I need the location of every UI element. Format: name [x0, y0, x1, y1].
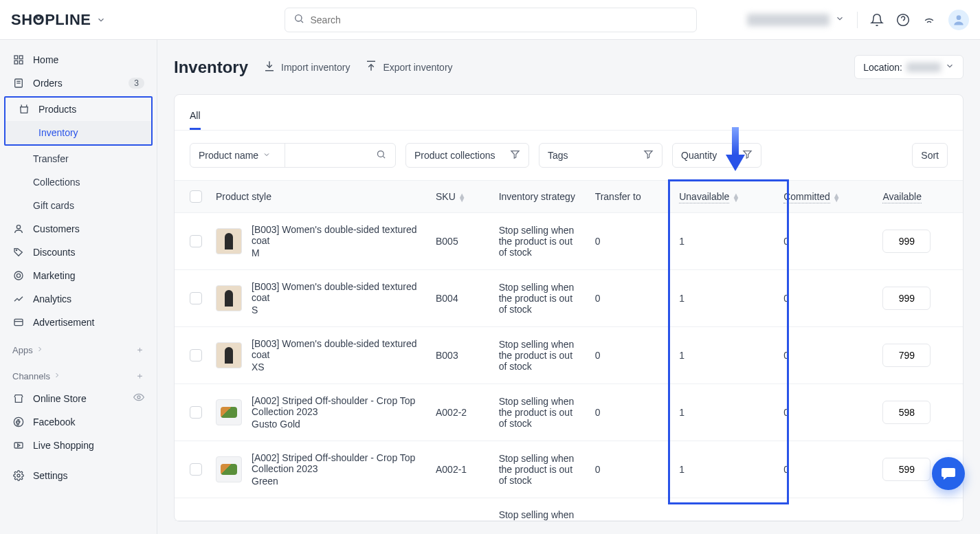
product-thumbnail[interactable]	[216, 399, 242, 425]
products-highlight-annotation: Products Inventory	[4, 96, 153, 146]
row-checkbox[interactable]	[190, 406, 202, 419]
header-inventory-strategy[interactable]: Inventory strategy	[492, 181, 588, 213]
header-transfer-to[interactable]: Transfer to	[588, 181, 673, 213]
select-all-checkbox[interactable]	[190, 190, 202, 203]
plus-icon[interactable]: ＋	[135, 344, 144, 356]
svg-rect-7	[19, 56, 23, 59]
transfer-to-cell: 0	[588, 384, 673, 441]
available-input[interactable]	[882, 344, 931, 367]
row-checkbox[interactable]	[190, 349, 202, 361]
avatar[interactable]	[948, 10, 969, 30]
account-switcher[interactable]	[747, 14, 845, 26]
download-icon	[263, 60, 276, 74]
available-input[interactable]	[882, 230, 931, 253]
sidebar-item-analytics[interactable]: Analytics	[0, 287, 157, 311]
table-row: [B003] Women's double-sided textured coa…	[175, 270, 963, 327]
sidebar-item-products[interactable]: Products	[5, 98, 151, 121]
import-inventory-button[interactable]: Import inventory	[263, 60, 350, 74]
filter-product-name[interactable]: Product name	[190, 143, 396, 168]
sidebar-item-collections[interactable]: Collections	[0, 170, 157, 194]
sidebar-item-discounts[interactable]: Discounts	[0, 241, 157, 264]
sidebar-item-label: Online Store	[33, 393, 87, 404]
strategy-cell: Stop selling when the product is out of …	[492, 384, 588, 441]
unavailable-cell: 1	[672, 213, 777, 270]
sidebar-item-advertisement[interactable]: Advertisement	[0, 311, 157, 334]
brand-logo[interactable]: SHO✪PLINE	[11, 11, 106, 29]
sidebar-item-online-store[interactable]: Online Store	[0, 386, 157, 410]
sidebar-item-live-shopping[interactable]: Live Shopping	[0, 434, 157, 457]
sidebar-item-gift-cards[interactable]: Gift cards	[0, 194, 157, 217]
chevron-down-icon[interactable]	[96, 15, 106, 25]
header-committed[interactable]: Committed▲▼	[777, 181, 876, 213]
filter-product-collections[interactable]: Product collections	[405, 143, 529, 168]
product-thumbnail[interactable]	[216, 456, 242, 482]
sidebar-item-label: Live Shopping	[33, 440, 94, 451]
export-inventory-button[interactable]: Export inventory	[365, 60, 452, 74]
apps-section[interactable]: Apps ＋	[0, 334, 157, 360]
filter-quantity[interactable]: Quantity	[672, 143, 761, 168]
sort-button[interactable]: Sort	[912, 143, 948, 168]
help-icon[interactable]	[896, 13, 910, 27]
filter-search-input[interactable]	[285, 144, 394, 167]
product-name[interactable]: [B003] Women's double-sided textured coa…	[252, 281, 422, 303]
row-checkbox[interactable]	[190, 235, 202, 247]
row-checkbox[interactable]	[190, 463, 202, 476]
home-icon	[12, 54, 25, 66]
product-thumbnail[interactable]	[216, 342, 242, 368]
sidebar-item-facebook[interactable]: Facebook	[0, 410, 157, 434]
live-icon	[12, 439, 25, 452]
sidebar-item-label: Collections	[33, 177, 80, 188]
search-input[interactable]	[310, 14, 688, 25]
sidebar-item-label: Orders	[33, 78, 63, 89]
sort-label: Sort	[921, 150, 939, 161]
available-input[interactable]	[882, 458, 931, 481]
bell-icon[interactable]	[870, 13, 884, 27]
tab-all[interactable]: All	[190, 103, 201, 130]
sidebar-item-inventory[interactable]: Inventory	[5, 121, 151, 144]
header-sku[interactable]: SKU▲▼	[429, 181, 492, 213]
product-variant: Gusto Gold	[252, 419, 422, 430]
product-thumbnail[interactable]	[216, 228, 242, 254]
product-thumbnail[interactable]	[216, 285, 242, 311]
sku-cell: A002-2	[429, 384, 492, 441]
channels-section[interactable]: Channels ＋	[0, 360, 157, 386]
search-input-wrapper[interactable]	[285, 8, 697, 32]
upload-icon	[365, 60, 377, 74]
committed-cell: 0	[777, 270, 876, 327]
header-unavailable[interactable]: Unavailable▲▼	[672, 181, 777, 213]
strategy-cell: Stop selling when	[492, 498, 588, 521]
filter-tags[interactable]: Tags	[539, 143, 662, 168]
header-label: Committed	[783, 191, 830, 203]
sort-arrows-icon: ▲▼	[458, 193, 466, 201]
sidebar-item-customers[interactable]: Customers	[0, 217, 157, 241]
filter-icon	[510, 149, 520, 162]
wifi-icon[interactable]	[922, 13, 936, 27]
product-name[interactable]: [A002] Striped Off-shoulder - Crop Top C…	[252, 395, 422, 417]
location-selector[interactable]: Location:	[854, 55, 964, 79]
available-input[interactable]	[882, 401, 931, 424]
eye-icon[interactable]	[133, 392, 144, 405]
svg-rect-6	[14, 56, 18, 59]
row-checkbox[interactable]	[190, 292, 202, 304]
sidebar-item-label: Facebook	[33, 416, 75, 427]
product-name[interactable]: [B003] Women's double-sided textured coa…	[252, 224, 422, 246]
chat-widget-button[interactable]	[932, 457, 965, 490]
available-input[interactable]	[882, 287, 931, 310]
sidebar-item-label: Marketing	[33, 270, 75, 281]
product-name[interactable]: [B003] Women's double-sided textured coa…	[252, 338, 422, 360]
strategy-cell: Stop selling when the product is out of …	[492, 327, 588, 384]
sidebar-item-home[interactable]: Home	[0, 48, 157, 71]
plus-icon[interactable]: ＋	[135, 370, 144, 382]
facebook-icon	[12, 416, 25, 428]
header-product-style[interactable]: Product style	[209, 181, 429, 213]
sidebar-item-transfer[interactable]: Transfer	[0, 147, 157, 170]
table-row: Stop selling when	[175, 498, 963, 521]
header-available[interactable]: Available	[876, 181, 963, 213]
product-name[interactable]: [A002] Striped Off-shoulder - Crop Top C…	[252, 452, 422, 474]
sidebar-item-marketing[interactable]: Marketing	[0, 264, 157, 287]
sidebar-item-settings[interactable]: Settings	[0, 464, 157, 487]
filter-label: Product collections	[414, 150, 495, 161]
top-bar: SHO✪PLINE	[0, 0, 980, 40]
inventory-card: All Product name Product collections	[174, 94, 964, 522]
sidebar-item-orders[interactable]: Orders 3	[0, 71, 157, 95]
